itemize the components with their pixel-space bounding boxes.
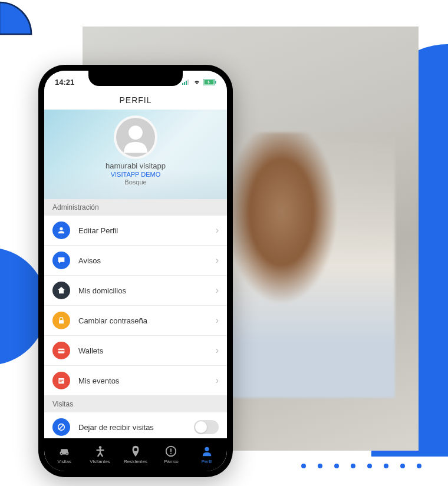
menu-change-password[interactable]: Cambiar contraseña › (44, 306, 227, 336)
signal-icon (182, 79, 190, 85)
menu-label: Mis domicilios (78, 286, 207, 295)
page-title: PERFIL (44, 90, 227, 110)
svg-rect-11 (58, 350, 65, 351)
person-icon (52, 221, 70, 239)
message-icon (52, 252, 70, 269)
home-icon (52, 282, 70, 299)
decorative-arc (0, 0, 47, 50)
chevron-right-icon: › (216, 315, 219, 326)
chevron-right-icon: › (216, 225, 219, 236)
profile-demo-link[interactable]: VISITAPP DEMO (44, 171, 227, 178)
toggle-stop-visits[interactable] (194, 420, 219, 434)
lock-icon (52, 312, 70, 329)
tab-residents[interactable]: Residentes (118, 445, 153, 464)
status-indicators (182, 79, 216, 85)
menu-addresses[interactable]: Mis domicilios › (44, 276, 227, 306)
wallet-icon (52, 342, 70, 359)
phone-frame: 14:21 PERFIL hamurabi visitapp VISITAPP … (38, 65, 233, 477)
menu-label: Editar Perfil (78, 226, 207, 235)
pin-icon (129, 445, 142, 458)
tab-panic[interactable]: Pánico (153, 445, 189, 464)
car-icon (58, 445, 71, 458)
phone-notch (88, 71, 183, 86)
svg-rect-3 (187, 80, 189, 85)
chevron-right-icon: › (216, 285, 219, 296)
svg-rect-12 (58, 378, 64, 383)
profile-name: hamurabi visitapp (44, 161, 227, 170)
menu-label: Cambiar contraseña (78, 316, 207, 325)
svg-rect-2 (186, 81, 187, 85)
menu-admin: Editar Perfil › Avisos › Mis domicilios … (44, 216, 227, 396)
avatar[interactable] (114, 115, 157, 159)
section-header-visits: Visitas (44, 396, 227, 412)
svg-rect-1 (184, 82, 185, 85)
tab-visits[interactable]: Visitas (47, 445, 82, 464)
profile-icon (200, 445, 213, 458)
profile-location: Bosque (44, 178, 227, 186)
menu-label: Mis eventos (78, 376, 207, 385)
svg-point-8 (60, 227, 62, 230)
tab-label: Visitantes (90, 459, 110, 464)
menu-notices[interactable]: Avisos › (44, 246, 227, 276)
tab-label: Perfil (202, 459, 212, 464)
svg-point-7 (129, 125, 143, 140)
calendar-icon (52, 372, 70, 389)
svg-line-16 (59, 425, 64, 429)
section-header-admin: Administración (44, 199, 227, 216)
decorative-dots (301, 464, 421, 468)
tab-visitors[interactable]: Visitantes (82, 445, 117, 464)
svg-rect-0 (182, 83, 183, 85)
svg-rect-9 (59, 320, 64, 323)
menu-label: Dejar de recibir visitas (78, 423, 186, 432)
menu-events[interactable]: Mis eventos › (44, 366, 227, 396)
tab-label: Pánico (164, 459, 178, 464)
menu-label: Wallets (78, 346, 207, 355)
svg-rect-20 (171, 452, 172, 454)
chevron-right-icon: › (216, 345, 219, 356)
svg-point-21 (205, 447, 209, 451)
phone-screen: 14:21 PERFIL hamurabi visitapp VISITAPP … (44, 71, 227, 471)
svg-rect-13 (60, 380, 64, 381)
tab-label: Visitas (57, 459, 71, 464)
svg-rect-19 (171, 448, 172, 452)
svg-rect-14 (60, 381, 62, 382)
chevron-right-icon: › (216, 255, 219, 266)
menu-label: Avisos (78, 256, 207, 265)
battery-icon (203, 79, 216, 85)
wifi-icon (193, 79, 201, 85)
tab-label: Residentes (124, 459, 147, 464)
menu-edit-profile[interactable]: Editar Perfil › (44, 216, 227, 246)
tab-bar: Visitas Visitantes Residentes Pánico Per… (44, 438, 227, 471)
person-arms-icon (94, 445, 107, 458)
profile-header: hamurabi visitapp VISITAPP DEMO Bosque (44, 110, 227, 199)
block-icon (52, 418, 70, 436)
menu-wallets[interactable]: Wallets › (44, 336, 227, 366)
chevron-right-icon: › (216, 375, 219, 386)
tab-profile[interactable]: Perfil (189, 445, 225, 464)
svg-rect-6 (215, 81, 216, 84)
status-time: 14:21 (55, 78, 74, 87)
alert-icon (164, 445, 177, 458)
